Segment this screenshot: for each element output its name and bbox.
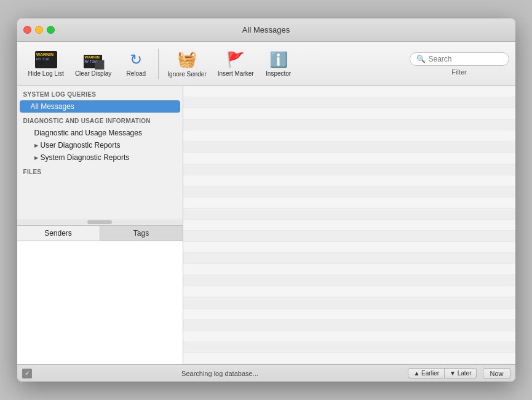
system-log-queries-header: SYSTEM LOG QUERIES bbox=[17, 86, 183, 100]
earlier-arrow: ▲ bbox=[413, 370, 419, 377]
scroll-thumb bbox=[87, 220, 112, 224]
earlier-button[interactable]: ▲ Earlier bbox=[408, 368, 445, 378]
checkbox-icon: ✓ bbox=[25, 370, 30, 377]
ignore-sender-button[interactable]: 🧺 Ignore Sender bbox=[162, 47, 211, 80]
insert-marker-icon: 🚩 bbox=[226, 51, 245, 68]
log-row bbox=[183, 342, 515, 353]
ignore-sender-label: Ignore Sender bbox=[167, 71, 206, 78]
log-row bbox=[183, 119, 515, 130]
search-input[interactable] bbox=[429, 55, 502, 63]
log-row bbox=[183, 353, 515, 364]
log-row bbox=[183, 264, 515, 275]
log-row bbox=[183, 130, 515, 142]
log-row bbox=[183, 309, 515, 320]
sidebar-bottom: Senders Tags bbox=[17, 225, 183, 364]
tags-tab-label: Tags bbox=[133, 229, 149, 238]
log-checkbox[interactable]: ✓ bbox=[22, 369, 32, 378]
log-row bbox=[183, 142, 515, 153]
sidebar-top: SYSTEM LOG QUERIES All Messages DIAGNOST… bbox=[17, 86, 183, 219]
main-window: All Messages WARNIN RY 7:36 Hide Log Lis… bbox=[17, 18, 515, 382]
log-row bbox=[183, 297, 515, 308]
sidebar: SYSTEM LOG QUERIES All Messages DIAGNOST… bbox=[17, 86, 183, 364]
titlebar: All Messages bbox=[17, 18, 515, 42]
user-diagnostic-triangle: ▶ bbox=[34, 143, 38, 148]
log-row bbox=[183, 186, 515, 198]
toolbar: WARNIN RY 7:36 Hide Log List WARNINRY 7:… bbox=[17, 42, 515, 86]
hide-log-list-icon: WARNIN RY 7:36 bbox=[35, 51, 57, 68]
diagnostic-messages-label: Diagnostic and Usage Messages bbox=[34, 129, 142, 137]
system-diagnostic-label: System Diagnostic Reports bbox=[41, 153, 130, 162]
tab-tags[interactable]: Tags bbox=[100, 226, 183, 241]
senders-tab-label: Senders bbox=[44, 229, 72, 238]
files-header: FILES bbox=[17, 164, 183, 178]
clear-display-label: Clear Display bbox=[75, 70, 111, 77]
log-row bbox=[183, 108, 515, 119]
hide-log-list-button[interactable]: WARNIN RY 7:36 Hide Log List bbox=[23, 49, 69, 79]
earlier-label: Earlier bbox=[421, 370, 439, 377]
sidebar-tab-content bbox=[17, 241, 183, 364]
log-row bbox=[183, 153, 515, 164]
ignore-sender-icon: 🧺 bbox=[177, 50, 197, 69]
log-row bbox=[183, 198, 515, 209]
log-row bbox=[183, 97, 515, 108]
traffic-lights bbox=[23, 26, 55, 34]
later-label: Later bbox=[458, 370, 472, 377]
insert-marker-label: Insert Marker bbox=[218, 70, 254, 77]
log-row bbox=[183, 286, 515, 297]
sidebar-scroll-indicator bbox=[17, 219, 183, 225]
log-row bbox=[183, 231, 515, 242]
filter-label: Filter bbox=[451, 68, 466, 76]
log-row bbox=[183, 331, 515, 342]
log-row bbox=[183, 320, 515, 331]
content-area bbox=[183, 86, 515, 364]
sidebar-item-system-diagnostic[interactable]: ▶ System Diagnostic Reports bbox=[20, 151, 180, 164]
sidebar-item-diagnostic-messages[interactable]: Diagnostic and Usage Messages bbox=[20, 127, 180, 139]
search-container[interactable]: 🔍 bbox=[410, 52, 509, 66]
sidebar-tabs: Senders Tags bbox=[17, 226, 183, 241]
minimize-button[interactable] bbox=[35, 26, 43, 34]
search-icon: 🔍 bbox=[416, 55, 426, 63]
log-row bbox=[183, 220, 515, 231]
log-rows bbox=[183, 86, 515, 364]
nav-buttons: ▲ Earlier ▼ Later bbox=[408, 368, 477, 378]
window-title: All Messages bbox=[242, 25, 290, 34]
status-text: Searching log database... bbox=[36, 370, 405, 377]
diagnostic-header: DIAGNOSTIC AND USAGE INFORMATION bbox=[17, 113, 183, 127]
tab-senders[interactable]: Senders bbox=[17, 226, 100, 241]
maximize-button[interactable] bbox=[47, 26, 55, 34]
reload-icon: ↻ bbox=[130, 51, 142, 68]
inspector-label: Inspector bbox=[266, 70, 291, 77]
inspector-button[interactable]: ℹ️ Inspector bbox=[260, 49, 297, 79]
log-row bbox=[183, 253, 515, 264]
later-arrow: ▼ bbox=[450, 370, 456, 377]
user-diagnostic-label: User Diagnostic Reports bbox=[41, 141, 121, 150]
later-button[interactable]: ▼ Later bbox=[445, 368, 477, 378]
hide-log-list-label: Hide Log List bbox=[28, 70, 64, 77]
filter-section: 🔍 Filter bbox=[410, 52, 509, 76]
inspector-icon: ℹ️ bbox=[269, 51, 288, 68]
clear-display-icon: WARNINRY 7:36 ⬛ bbox=[82, 51, 105, 68]
log-row bbox=[183, 242, 515, 253]
sidebar-item-all-messages[interactable]: All Messages bbox=[20, 100, 180, 113]
now-label: Now bbox=[490, 370, 503, 377]
status-bar: ✓ Searching log database... ▲ Earlier ▼ … bbox=[17, 364, 515, 382]
all-messages-label: All Messages bbox=[31, 102, 74, 111]
main-area: SYSTEM LOG QUERIES All Messages DIAGNOST… bbox=[17, 86, 515, 364]
system-diagnostic-triangle: ▶ bbox=[34, 155, 38, 161]
log-row bbox=[183, 86, 515, 97]
toolbar-separator-1 bbox=[158, 49, 159, 79]
insert-marker-button[interactable]: 🚩 Insert Marker bbox=[213, 49, 259, 79]
log-row bbox=[183, 175, 515, 186]
reload-label: Reload bbox=[126, 70, 146, 77]
log-row bbox=[183, 209, 515, 220]
close-button[interactable] bbox=[23, 26, 31, 34]
reload-button[interactable]: ↻ Reload bbox=[117, 49, 154, 79]
sidebar-item-user-diagnostic[interactable]: ▶ User Diagnostic Reports bbox=[20, 139, 180, 151]
log-row bbox=[183, 164, 515, 175]
clear-display-button[interactable]: WARNINRY 7:36 ⬛ Clear Display bbox=[70, 49, 116, 79]
now-button[interactable]: Now bbox=[483, 368, 510, 379]
log-row bbox=[183, 275, 515, 286]
